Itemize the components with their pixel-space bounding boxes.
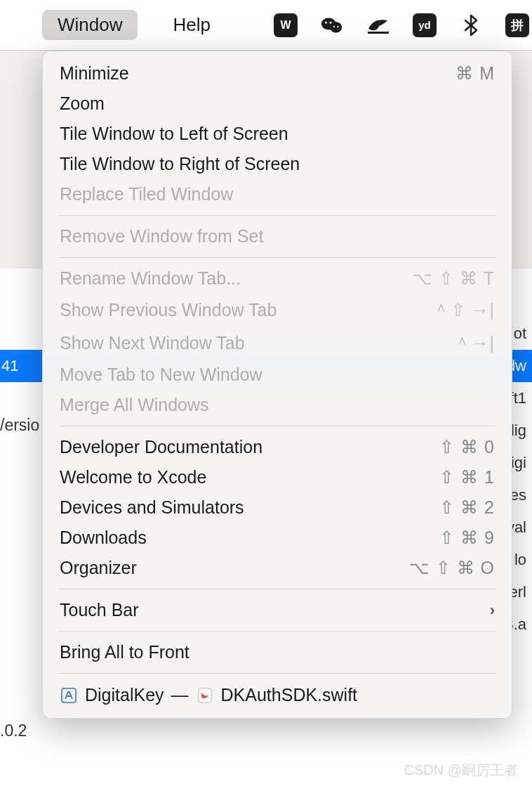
menu-separator xyxy=(58,215,496,216)
wechat-icon[interactable] xyxy=(320,13,344,37)
window-menu-dropdown: Minimize⌘ M Zoom Tile Window to Left of … xyxy=(42,51,512,719)
svg-point-5 xyxy=(333,25,335,27)
menu-devices-simulators[interactable]: Devices and Simulators⇧ ⌘ 2 xyxy=(43,492,512,523)
menubar-window[interactable]: Window xyxy=(42,10,138,40)
menu-developer-docs[interactable]: Developer Documentation⇧ ⌘ 0 xyxy=(43,432,512,462)
menu-minimize[interactable]: Minimize⌘ M xyxy=(43,58,512,89)
menu-separator xyxy=(58,631,496,632)
menubar-help[interactable]: Help xyxy=(157,10,225,40)
menu-separator xyxy=(58,673,496,674)
menu-welcome-xcode[interactable]: Welcome to Xcode⇧ ⌘ 1 xyxy=(43,462,512,492)
window-project-name: DigitalKey xyxy=(85,685,164,705)
menubar: Window Help W yd 拼 xyxy=(0,0,532,51)
menu-separator xyxy=(58,589,496,589)
svg-text:W: W xyxy=(280,19,291,31)
svg-point-2 xyxy=(330,22,342,32)
svg-point-4 xyxy=(330,21,332,23)
watermark-text: CSDN @嗣厉王者 xyxy=(404,761,518,780)
bluetooth-icon[interactable] xyxy=(459,13,483,37)
svg-rect-7 xyxy=(368,32,389,34)
svg-point-6 xyxy=(337,25,338,27)
bg-text-02: .0.2 xyxy=(0,721,27,740)
menu-downloads[interactable]: Downloads⇧ ⌘ 9 xyxy=(43,523,512,553)
menu-separator xyxy=(58,257,496,258)
chevron-right-icon: › xyxy=(490,601,495,620)
wps-icon[interactable]: W xyxy=(274,13,298,37)
menu-separator xyxy=(58,426,496,426)
menu-move-tab: Move Tab to New Window xyxy=(43,360,512,390)
menu-zoom[interactable]: Zoom xyxy=(43,89,512,119)
bird-icon[interactable] xyxy=(366,13,390,37)
menu-bring-all-front[interactable]: Bring All to Front xyxy=(43,637,512,667)
yd-icon[interactable]: yd xyxy=(413,13,437,37)
menubar-tray: W yd 拼 xyxy=(274,13,532,37)
svg-point-3 xyxy=(325,21,327,23)
menu-tile-left[interactable]: Tile Window to Left of Screen xyxy=(43,119,512,149)
pinyin-icon[interactable]: 拼 xyxy=(505,13,529,37)
window-separator: — xyxy=(171,685,189,705)
menu-merge-windows: Merge All Windows xyxy=(43,390,512,420)
svg-rect-8 xyxy=(62,688,76,702)
menu-next-tab: Show Next Window Tab＾→| xyxy=(43,327,512,360)
window-file-name: DKAuthSDK.swift xyxy=(221,685,358,705)
swift-file-icon xyxy=(196,686,214,705)
svg-rect-9 xyxy=(199,688,211,702)
menu-remove-from-set: Remove Window from Set xyxy=(43,221,512,251)
menu-rename-tab: Rename Window Tab...⌥ ⇧ ⌘ T xyxy=(43,263,512,294)
menu-prev-tab: Show Previous Window Tab＾⇧ →| xyxy=(43,294,512,327)
menu-tile-right[interactable]: Tile Window to Right of Screen xyxy=(43,149,512,179)
menu-replace-tiled: Replace Tiled Window xyxy=(43,179,512,209)
xcode-project-icon xyxy=(60,686,78,705)
menu-organizer[interactable]: Organizer⌥ ⇧ ⌘ O xyxy=(43,553,512,583)
menu-touch-bar[interactable]: Touch Bar › xyxy=(43,595,512,625)
menu-open-window-item[interactable]: DigitalKey — DKAuthSDK.swift xyxy=(43,679,512,711)
